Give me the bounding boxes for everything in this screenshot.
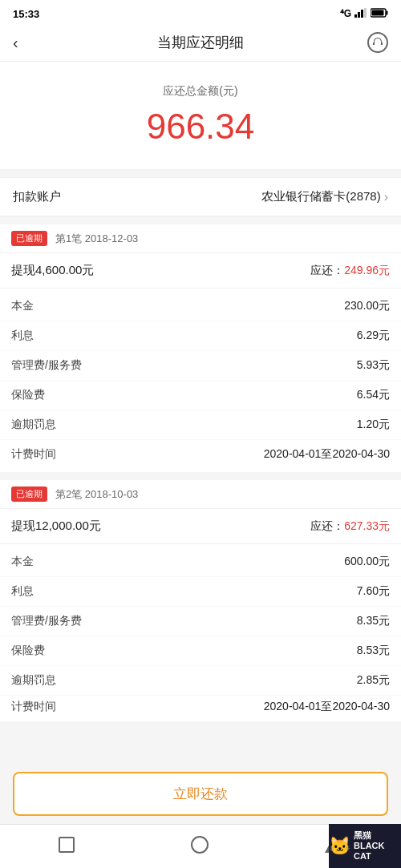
overdue-badge-1: 已逾期 [11,231,47,246]
loan-meta-2: 第2笔 2018-10-03 [55,487,138,502]
detail-value: 8.53元 [357,644,390,658]
detail-row: 利息 6.29元 [0,321,401,351]
detail-label: 计费时间 [11,447,56,462]
detail-row: 利息 7.60元 [0,577,401,607]
bottom-nav: 🐱 黑猫 BLACK CAT [0,824,401,868]
chevron-right-icon: › [384,190,388,204]
detail-row-truncated: 计费时间 2020-04-01至2020-04-30 [0,696,401,718]
svg-rect-1 [358,12,360,18]
detail-label: 保险费 [11,644,45,658]
svg-rect-3 [364,8,367,18]
detail-value: 1.20元 [357,418,390,432]
black-cat-english: BLACK CAT [354,841,401,862]
loan-item-2: 已逾期 第2笔 2018-10-03 提现12,000.00元 应还：627.3… [0,480,401,721]
detail-label: 保险费 [11,388,45,402]
svg-rect-5 [387,11,388,15]
headset-icon [367,32,388,53]
detail-label: 逾期罚息 [11,673,56,688]
status-bar: 15:33 ⁴G [0,0,401,24]
status-icons: ⁴G [340,6,388,21]
loan-summary-1: 提现4,600.00元 应还：249.96元 [0,253,401,289]
svg-rect-0 [354,14,357,18]
signal-bars-icon [354,6,367,21]
detail-value: 600.00元 [344,555,390,569]
loan-withdraw-1: 提现4,600.00元 [11,263,94,278]
black-cat-chinese: 黑猫 [354,830,401,841]
detail-label: 本金 [11,555,34,569]
account-right: 农业银行储蓄卡(2878) › [261,189,388,204]
black-cat-area[interactable]: 🐱 黑猫 BLACK CAT [329,824,401,868]
loan-withdraw-2: 提现12,000.00元 [11,519,101,534]
nav-circle-icon [191,836,209,854]
signal-icon: ⁴G [340,8,351,19]
loan-item-1: 已逾期 第1笔 2018-12-03 提现4,600.00元 应还：249.96… [0,224,401,472]
total-label: 应还总金额(元) [16,84,385,99]
detail-value: 6.29元 [357,329,390,343]
detail-label: 本金 [11,299,34,313]
overdue-badge-2: 已逾期 [11,486,47,502]
detail-row: 逾期罚息 1.20元 [0,410,401,440]
black-cat-text: 黑猫 BLACK CAT [354,830,401,862]
account-label: 扣款账户 [13,189,61,204]
content-scroll: 应还总金额(元) 966.34 扣款账户 农业银行储蓄卡(2878) › 已逾期… [0,62,401,826]
pay-now-button[interactable]: 立即还款 [13,772,388,816]
loan-header-1: 已逾期 第1笔 2018-12-03 [0,224,401,253]
loan-meta-1: 第1笔 2018-12-03 [55,232,138,246]
loan-due-1: 应还：249.96元 [310,264,390,278]
nav-home-button[interactable] [191,836,209,854]
detail-value: 6.54元 [357,388,390,402]
detail-value: 2020-04-01至2020-04-30 [264,447,390,462]
detail-value: 2020-04-01至2020-04-30 [264,700,390,714]
account-value: 农业银行储蓄卡(2878) [261,189,380,204]
detail-label: 利息 [11,329,34,343]
nav-back-button[interactable] [59,837,75,853]
detail-value: 7.60元 [357,584,390,599]
pay-button-section: 立即还款 [0,764,401,824]
detail-row: 管理费/服务费 5.93元 [0,351,401,381]
black-cat-icon: 🐱 [329,836,350,857]
detail-value: 2.85元 [357,673,390,688]
battery-icon [371,6,388,21]
loan-summary-2: 提现12,000.00元 应还：627.33元 [0,509,401,544]
detail-value: 230.00元 [344,299,390,313]
detail-label: 计费时间 [11,700,56,714]
detail-row: 本金 230.00元 [0,292,401,321]
total-section: 应还总金额(元) 966.34 [0,62,401,169]
detail-label: 管理费/服务费 [11,358,82,373]
total-amount: 966.34 [16,107,385,147]
detail-row: 管理费/服务费 8.35元 [0,607,401,636]
detail-label: 逾期罚息 [11,418,56,432]
detail-row: 保险费 6.54元 [0,381,401,410]
status-time: 15:33 [13,8,39,20]
header: ‹ 当期应还明细 [0,24,401,62]
back-button[interactable]: ‹ [13,34,37,52]
detail-value: 5.93元 [357,358,390,373]
detail-row: 计费时间 2020-04-01至2020-04-30 [0,440,401,469]
detail-row: 保险费 8.53元 [0,636,401,666]
nav-square-icon [59,837,75,853]
detail-label: 管理费/服务费 [11,614,82,628]
loan-details-1: 本金 230.00元 利息 6.29元 管理费/服务费 5.93元 保险费 6.… [0,289,401,472]
svg-rect-6 [372,10,384,16]
account-row[interactable]: 扣款账户 农业银行储蓄卡(2878) › [0,177,401,216]
page-title: 当期应还明细 [157,33,244,52]
loan-details-2: 本金 600.00元 利息 7.60元 管理费/服务费 8.35元 保险费 8.… [0,544,401,721]
loan-header-2: 已逾期 第2笔 2018-10-03 [0,480,401,509]
detail-label: 利息 [11,584,34,599]
detail-value: 8.35元 [357,614,390,628]
loan-due-2: 应还：627.33元 [310,519,390,534]
detail-row: 本金 600.00元 [0,547,401,577]
svg-rect-2 [361,10,363,18]
detail-row: 逾期罚息 2.85元 [0,666,401,696]
help-button[interactable] [364,32,388,53]
